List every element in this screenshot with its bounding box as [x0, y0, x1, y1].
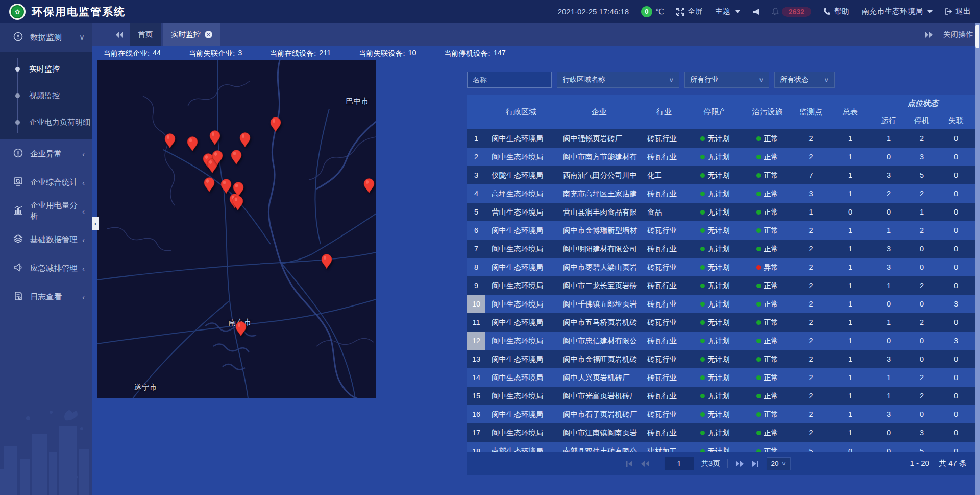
map-pin[interactable] — [239, 132, 251, 148]
table-row[interactable]: 5营山生态环境局营山县润丰肉食品有限食品无计划正常10010 — [467, 203, 975, 221]
map-collapse-handle[interactable]: ‹ — [92, 217, 99, 230]
table-row[interactable]: 8阆中生态环境局阆中市枣碧大梁山页岩砖瓦行业无计划异常21300 — [467, 258, 975, 276]
table-row[interactable]: 2阆中生态环境局阆中市南方节能建材有砖瓦行业无计划正常21030 — [467, 148, 975, 166]
cell-lost: 0 — [937, 355, 975, 363]
last-page-button[interactable] — [751, 460, 760, 467]
notification-badge[interactable]: 2632 — [772, 7, 811, 17]
table-row[interactable]: 16阆中生态环境局阆中市石子页岩机砖厂砖瓦行业无计划正常21300 — [467, 405, 975, 423]
temperature-unit: ℃ — [655, 7, 664, 16]
first-page-button[interactable] — [625, 460, 633, 467]
prev-page-button[interactable] — [640, 460, 649, 467]
cell-device-status: 正常 — [743, 391, 792, 401]
sidebar-item-base-data[interactable]: 基础数据管理‹ — [0, 225, 92, 254]
status-text: 无计划 — [707, 171, 730, 180]
name-search-input[interactable] — [467, 72, 552, 88]
page-size-select[interactable]: 20 ∨ — [767, 457, 791, 470]
table-row[interactable]: 14阆中生态环境局阆中大兴页岩机砖厂砖瓦行业无计划正常21120 — [467, 368, 975, 387]
sidebar-item-log-view[interactable]: 日志查看‹ — [0, 282, 92, 311]
status-text: 无计划 — [707, 336, 730, 346]
cell-company: 阆中千佛镇五郎垭页岩 — [557, 299, 641, 309]
org-dropdown[interactable]: 南充市生态环境局 — [862, 7, 933, 16]
cell-company: 西南油气田分公司川中 — [557, 171, 641, 180]
status-text: 正常 — [764, 207, 778, 217]
table-row[interactable]: 3仪陇生态环境局西南油气田分公司川中化工无计划正常71350 — [467, 166, 975, 184]
sidebar-subitem-realtime-monitor[interactable]: 实时监控 — [0, 56, 92, 82]
cell-run: 1 — [871, 226, 906, 234]
table-row[interactable]: 9阆中生态环境局阆中市二龙长宝页岩砖砖瓦行业无计划正常21120 — [467, 276, 975, 295]
map-pin[interactable] — [235, 321, 247, 337]
sidebar-subitem-video-monitor[interactable]: 视频监控 — [0, 82, 92, 109]
table-row[interactable]: 7阆中生态环境局阆中明阳建材有限公司砖瓦行业无计划正常21300 — [467, 240, 975, 258]
table-row[interactable]: 13阆中生态环境局阆中市金福旺页岩机砖砖瓦行业无计划正常21300 — [467, 350, 975, 368]
cell-device-status: 正常 — [743, 189, 792, 199]
cell-points: 2 — [792, 153, 830, 161]
sound-mute-button[interactable] — [752, 8, 760, 15]
sidebar-item-data-monitor[interactable]: 数据监测∨ — [0, 23, 92, 52]
fullscreen-icon — [676, 8, 684, 16]
tab-首页[interactable]: 首页 — [130, 23, 161, 46]
sidebar-subitem-label: 企业电力负荷明细 — [29, 117, 90, 127]
tabs-scroll-right-button[interactable] — [925, 31, 933, 38]
content-area: 巴中市南充市遂宁市 ‹ 行政区域名称 ∨ 所有行业 ∨ 所有状态 ∨ — [92, 60, 980, 495]
close-operations-button[interactable]: 关闭操作 — [943, 30, 973, 39]
status-dot-icon — [700, 155, 705, 159]
cell-points: 2 — [792, 281, 830, 290]
region-select[interactable]: 行政区域名称 ∨ — [557, 72, 679, 88]
table-row[interactable]: 10阆中生态环境局阆中千佛镇五郎垭页岩砖瓦行业无计划正常21003 — [467, 295, 975, 313]
sidebar-item-company-stats[interactable]: 企业综合统计‹ — [0, 168, 92, 197]
page-scrollbar[interactable] — [975, 23, 980, 495]
page-number-input[interactable] — [664, 457, 694, 470]
row-index: 9 — [467, 276, 485, 295]
map-panel[interactable]: 巴中市南充市遂宁市 — [97, 60, 376, 398]
map-pin[interactable] — [164, 133, 176, 149]
map-pin[interactable] — [220, 179, 232, 194]
status-select[interactable]: 所有状态 ∨ — [774, 72, 835, 88]
cell-stop: 0 — [906, 245, 937, 253]
map-pin[interactable] — [363, 178, 375, 194]
map-pin[interactable] — [203, 177, 215, 193]
cell-points: 2 — [792, 429, 830, 437]
table-row[interactable]: 17阆中生态环境局阆中市江南镇阆南页岩砖瓦行业无计划正常21030 — [467, 423, 975, 442]
next-page-button[interactable] — [735, 460, 744, 467]
table-row[interactable]: 15阆中生态环境局阆中市光富页岩机砖厂砖瓦行业无计划正常21120 — [467, 387, 975, 405]
tab-实时监控[interactable]: 实时监控✕ — [163, 23, 220, 46]
notification-count: 2632 — [782, 7, 811, 17]
tabs-scroll-left-button[interactable] — [109, 23, 130, 46]
table-row[interactable]: 1阆中生态环境局阆中强锐页岩砖厂砖瓦行业无计划正常21120 — [467, 129, 975, 148]
sidebar-item-power-analysis[interactable]: 企业用电量分析‹ — [0, 197, 92, 225]
cell-points: 2 — [792, 337, 830, 345]
map-pin[interactable] — [232, 196, 244, 211]
status-text: 无计划 — [707, 446, 730, 453]
sidebar-item-emergency-reduce[interactable]: 应急减排管理‹ — [0, 254, 92, 282]
cell-industry: 砖瓦行业 — [641, 336, 687, 346]
sidebar-menu: 数据监测∨实时监控视频监控企业电力负荷明细企业异常‹企业综合统计‹企业用电量分析… — [0, 23, 92, 311]
help-button[interactable]: 帮助 — [823, 7, 849, 16]
map-pin[interactable] — [211, 150, 224, 166]
map-pin[interactable] — [230, 150, 242, 165]
map-pin[interactable] — [321, 254, 333, 269]
sidebar-subitem-label: 实时监控 — [29, 64, 60, 74]
cell-company: 阆中市忠信建材有限公 — [557, 336, 641, 346]
table-row[interactable]: 18南部生态环境局南部县双佳土砖有限公建材加工无计划正常50050 — [467, 442, 975, 452]
table-row[interactable]: 6阆中生态环境局阆中市金博瑞新型墙材砖瓦行业无计划正常21120 — [467, 221, 975, 240]
cell-company: 阆中市光富页岩机砖厂 — [557, 391, 641, 401]
status-dot-icon — [700, 357, 705, 362]
industry-select[interactable]: 所有行业 ∨ — [684, 72, 769, 88]
map-pin[interactable] — [186, 136, 199, 152]
logout-button[interactable]: 退出 — [945, 7, 971, 16]
map-pin[interactable] — [270, 117, 282, 132]
fullscreen-button[interactable]: 全屏 — [676, 7, 703, 16]
table-row[interactable]: 4高坪生态环境局南充市高坪区王家店建砖瓦行业无计划正常31220 — [467, 184, 975, 203]
status-text: 正常 — [764, 299, 778, 309]
sidebar-item-company-abnormal[interactable]: 企业异常‹ — [0, 139, 92, 168]
sidebar-item-label: 企业综合统计 — [30, 177, 82, 188]
cell-lost: 0 — [937, 190, 975, 198]
cell-lost: 0 — [937, 429, 975, 437]
theme-dropdown[interactable]: 主题 — [715, 7, 740, 16]
map-pin[interactable] — [209, 130, 221, 146]
sidebar-subitem-power-load-detail[interactable]: 企业电力负荷明细 — [0, 109, 92, 135]
cell-stop: 2 — [906, 226, 937, 234]
close-icon[interactable]: ✕ — [205, 31, 212, 38]
table-row[interactable]: 12阆中生态环境局阆中市忠信建材有限公砖瓦行业无计划正常21003 — [467, 332, 975, 350]
table-row[interactable]: 11阆中生态环境局阆中市五马桥页岩机砖砖瓦行业无计划正常21120 — [467, 313, 975, 332]
